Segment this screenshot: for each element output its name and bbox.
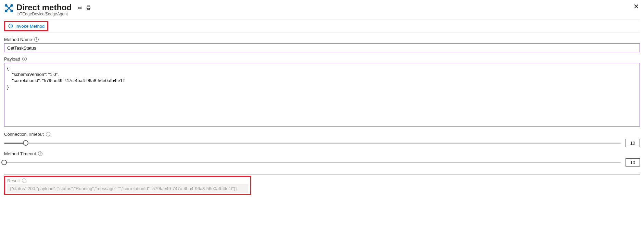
info-icon[interactable]: i xyxy=(46,132,50,136)
page-title: Direct method xyxy=(16,3,72,12)
connection-timeout-value: 10 xyxy=(626,139,640,147)
result-output: {"status":200,"payload":{"status":"Runni… xyxy=(7,184,248,193)
pin-icon[interactable] xyxy=(76,4,83,11)
method-name-label: Method Name xyxy=(4,37,32,42)
breadcrumb: IoTEdgeDevice/$edgeAgent xyxy=(16,12,640,16)
method-timeout-slider[interactable] xyxy=(4,159,621,166)
method-name-input[interactable] xyxy=(4,43,640,52)
slider-thumb[interactable] xyxy=(23,140,28,146)
method-timeout-value: 10 xyxy=(626,158,640,167)
direct-method-icon xyxy=(4,3,14,13)
payload-input[interactable] xyxy=(4,63,640,127)
connection-timeout-slider[interactable] xyxy=(4,140,621,146)
result-label: Result xyxy=(7,178,20,183)
info-icon[interactable]: i xyxy=(34,37,39,42)
info-icon[interactable]: i xyxy=(22,179,26,183)
invoke-method-button[interactable]: Invoke Method xyxy=(4,21,48,31)
print-icon[interactable] xyxy=(85,4,91,11)
slider-thumb[interactable] xyxy=(1,160,7,165)
invoke-method-label: Invoke Method xyxy=(15,24,45,29)
invoke-arrow-icon xyxy=(8,23,13,29)
connection-timeout-label: Connection Timeout xyxy=(4,132,44,137)
payload-label: Payload xyxy=(4,56,20,62)
toolbar: Invoke Method xyxy=(4,19,640,33)
info-icon[interactable]: i xyxy=(38,151,42,156)
close-icon[interactable]: ✕ xyxy=(632,3,640,10)
info-icon[interactable]: i xyxy=(22,57,27,61)
page-header: Direct method IoTEdgeDevice/$edgeAgent ✕ xyxy=(4,3,640,16)
method-timeout-label: Method Timeout xyxy=(4,151,36,156)
svg-rect-6 xyxy=(87,8,89,9)
